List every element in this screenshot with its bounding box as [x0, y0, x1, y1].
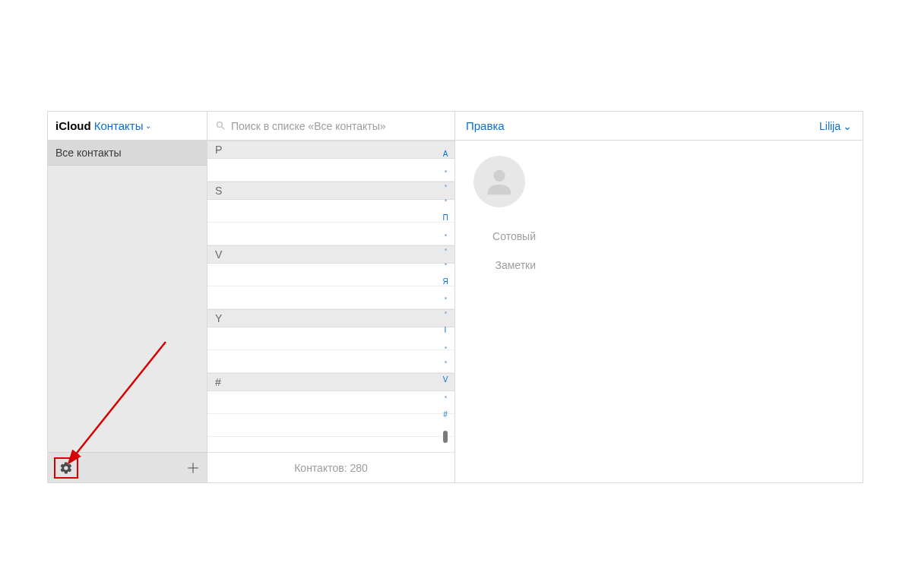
section-header: # [207, 373, 454, 391]
avatar [473, 156, 525, 207]
section-header: V [207, 245, 454, 264]
field-phone: Сотовый [473, 230, 844, 242]
notes-label: Заметки [473, 259, 546, 271]
sidebar-header: iCloud Контакты ⌄ [48, 112, 207, 141]
index-dot [445, 361, 447, 363]
list-item[interactable] [207, 200, 454, 223]
list-item[interactable] [207, 286, 454, 309]
plus-icon [185, 460, 201, 476]
contact-scroll[interactable]: P S V Y # [207, 141, 454, 452]
list-item[interactable] [207, 223, 454, 245]
detail-header: Правка Lilija ⌄ [455, 112, 863, 141]
list-item[interactable] [207, 437, 454, 452]
sidebar-body: Все контакты [48, 141, 207, 452]
chevron-down-icon: ⌄ [843, 120, 852, 132]
section-header: S [207, 182, 454, 200]
contacts-window: iCloud Контакты ⌄ Все контакты [47, 111, 863, 483]
index-letter[interactable]: Я [442, 277, 448, 286]
contacts-dropdown-label: Контакты [94, 119, 144, 132]
detail-pane: Правка Lilija ⌄ Сотовый Заметки [455, 112, 863, 482]
list-item[interactable] [207, 391, 454, 414]
sidebar: iCloud Контакты ⌄ Все контакты [48, 112, 207, 482]
chevron-down-icon: ⌄ [145, 122, 151, 130]
index-dot [445, 297, 447, 299]
list-item[interactable] [207, 350, 454, 373]
index-dot [445, 396, 447, 398]
index-letter[interactable]: I [445, 326, 447, 334]
index-letter[interactable]: П [442, 213, 448, 222]
add-contact-button[interactable] [185, 460, 201, 476]
phone-label: Сотовый [473, 230, 546, 242]
index-dot [445, 248, 447, 251]
account-menu[interactable]: Lilija ⌄ [819, 120, 852, 132]
account-name: Lilija [819, 120, 841, 132]
index-letter[interactable]: А [443, 150, 448, 158]
field-notes: Заметки [473, 259, 844, 271]
list-item[interactable] [207, 159, 454, 182]
index-letter[interactable]: V [443, 375, 448, 384]
list-item[interactable] [207, 327, 454, 350]
search-placeholder: Поиск в списке «Все контакты» [231, 120, 386, 132]
svg-point-0 [493, 170, 505, 182]
index-dot [445, 311, 447, 314]
alpha-index[interactable]: А П Я I V # [439, 145, 451, 447]
sidebar-footer [48, 452, 207, 482]
person-icon [482, 164, 517, 199]
brand-label: iCloud [55, 119, 91, 132]
detail-body: Сотовый Заметки [455, 141, 863, 303]
list-item[interactable] [207, 264, 454, 286]
index-dot [445, 185, 447, 187]
index-dot [445, 199, 447, 201]
index-dot [445, 234, 447, 236]
contact-count: Контактов: 280 [207, 452, 454, 482]
index-dot [445, 170, 447, 172]
section-header: Y [207, 309, 454, 327]
index-dot [445, 346, 447, 349]
edit-button[interactable]: Правка [466, 119, 505, 132]
sidebar-item-label: Все контакты [55, 147, 122, 159]
section-header: P [207, 141, 454, 159]
scrollbar-thumb[interactable] [443, 431, 448, 443]
gear-icon [59, 461, 73, 475]
search-field[interactable]: Поиск в списке «Все контакты» [207, 112, 454, 141]
settings-button[interactable] [59, 461, 73, 475]
contact-list-pane: Поиск в списке «Все контакты» P S V Y # [207, 112, 455, 482]
contacts-dropdown[interactable]: Контакты ⌄ [94, 119, 152, 132]
list-item[interactable] [207, 414, 454, 437]
sidebar-item-all-contacts[interactable]: Все контакты [48, 141, 207, 166]
index-letter[interactable]: # [443, 410, 448, 419]
gear-highlight [54, 457, 78, 479]
search-icon [215, 120, 226, 131]
index-dot [445, 263, 447, 265]
